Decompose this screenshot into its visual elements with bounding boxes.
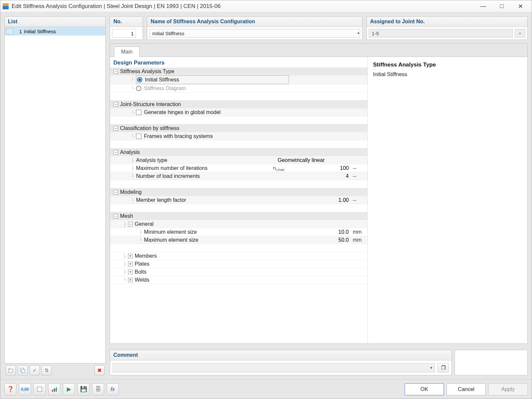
list-item-no: 1 [13,29,24,34]
svg-rect-9 [56,387,57,392]
design-parameters-header: Design Parameters [110,57,367,67]
pick-joint-button[interactable]: ⌖ [515,29,525,38]
check-bracing-systems[interactable]: └ Frames with bracing systems [110,132,367,140]
collapse-icon[interactable]: − [128,222,133,226]
collapse-icon[interactable]: − [113,190,118,195]
apply-button[interactable]: Apply [488,383,528,395]
parameter-tree: − Stiffness Analysis Type └ Initial Stif… [110,67,367,284]
svg-rect-7 [52,390,53,392]
assigned-panel: Assigned to Joint No. ⌖ [366,16,528,40]
info-title: Stiffness Analysis Type [373,62,522,68]
group-joint-interaction[interactable]: − Joint-Structure Interaction [110,100,367,108]
collapse-icon[interactable]: − [113,102,118,107]
svg-rect-5 [22,369,25,373]
new-item-button[interactable] [6,365,16,375]
preview-panel [455,350,528,375]
no-header: No. [110,17,143,27]
expand-icon[interactable]: + [128,254,133,258]
name-panel: Name of Stiffness Analysis Configuration… [147,16,362,40]
list-item-label: Initial Stiffness [24,29,56,34]
group-analysis[interactable]: − Analysis [110,148,367,156]
comment-panel: Comment ▾ ❐ [110,350,452,375]
collapse-icon[interactable]: − [113,214,118,218]
list-item[interactable]: 1 Initial Stiffness [5,27,105,36]
ok-button[interactable]: OK [405,383,444,395]
svg-rect-1 [3,3,9,6]
group-mesh[interactable]: − Mesh [110,212,367,220]
row-member-length-factor[interactable]: └ Member length factor 1.00 -- [110,196,367,204]
radio-stiffness-diagram[interactable]: └ Stiffness Diagram [110,84,367,92]
group-modeling[interactable]: − Modeling [110,188,367,196]
row-max-iterations[interactable]: ├ Maximum number of iterations ni,max 10… [110,164,367,172]
row-min-element-size[interactable]: ├ Minimum element size 10.0 mm [110,228,367,236]
app-icon [2,3,9,10]
sort-button[interactable]: ⇅ [42,365,52,375]
expand-icon[interactable]: + [128,270,133,274]
list-item-icon [6,28,13,35]
view-button[interactable] [34,383,46,395]
radio-initial-stiffness[interactable]: └ Initial Stiffness [110,75,367,84]
duplicate-item-button[interactable] [18,365,28,375]
row-load-increments[interactable]: └ Number of load increments 4 -- [110,172,367,180]
svg-rect-8 [54,388,55,392]
database-button[interactable]: 🗄 [92,383,104,395]
group-mesh-members[interactable]: ├+ Members [110,252,367,260]
title-bar: Edit Stiffness Analysis Configuration | … [0,0,532,12]
close-button[interactable]: ✕ [511,2,530,11]
no-panel: No. [110,16,143,40]
tab-main[interactable]: Main [114,47,140,57]
assigned-input[interactable] [369,29,513,38]
units-button[interactable]: 0,00 [19,383,31,395]
expand-icon[interactable]: + [128,278,133,282]
row-analysis-type[interactable]: ├ Analysis type Geometrically linear [110,156,367,164]
dialog-window: Edit Stiffness Analysis Configuration | … [0,0,532,399]
name-header: Name of Stiffness Analysis Configuration [147,17,362,27]
function-button[interactable]: fx [107,383,119,395]
assigned-header: Assigned to Joint No. [367,17,527,27]
graph-button[interactable] [48,383,60,395]
check-button[interactable]: ✓ [30,365,40,375]
minimize-button[interactable]: — [474,2,492,11]
collapse-icon[interactable]: − [113,150,118,155]
name-select[interactable] [149,29,360,38]
group-mesh-welds[interactable]: └+ Welds [110,276,367,284]
comment-header: Comment [110,350,452,360]
expand-icon[interactable]: + [128,262,133,266]
info-text: Initial Stiffness [373,71,522,77]
list-header: List [5,17,105,27]
info-panel: Stiffness Analysis Type Initial Stiffnes… [368,57,527,343]
window-title: Edit Stiffness Analysis Configuration | … [12,3,474,10]
collapse-icon[interactable]: − [113,126,118,131]
row-max-element-size[interactable]: └ Maximum element size 50.0 mm [110,236,367,244]
svg-rect-0 [3,6,9,9]
comment-input[interactable] [113,363,435,372]
calculate-button[interactable]: ▶ [63,383,75,395]
no-input[interactable] [112,29,136,38]
save-button[interactable]: 💾 [77,383,89,395]
copy-comment-button[interactable]: ❐ [438,363,449,372]
group-stiffness-type[interactable]: − Stiffness Analysis Type [110,67,367,75]
group-mesh-plates[interactable]: ├+ Plates [110,260,367,268]
tabs: Main [110,44,527,57]
svg-rect-6 [37,387,42,392]
check-generate-hinges[interactable]: └ Generate hinges in global model [110,108,367,116]
group-mesh-bolts[interactable]: ├+ Bolts [110,268,367,276]
group-mesh-general[interactable]: ├ − General [110,220,367,228]
group-classification[interactable]: − Classification by stiffness [110,124,367,132]
help-button[interactable]: ❓ [4,383,16,395]
list-panel: List 1 Initial Stiffness [4,16,106,363]
collapse-icon[interactable]: − [113,69,118,74]
maximize-button[interactable]: □ [492,2,511,11]
cancel-button[interactable]: Cancel [447,383,486,395]
delete-item-button[interactable]: ✖ [94,365,104,375]
